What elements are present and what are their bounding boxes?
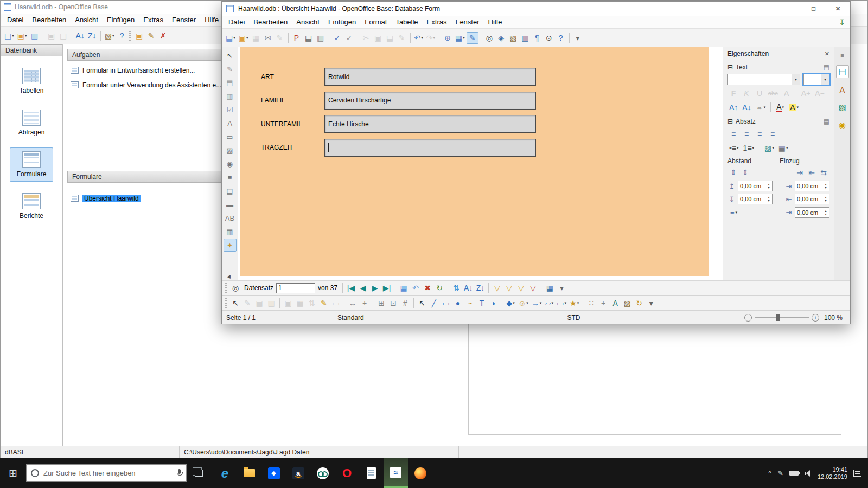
save-icon[interactable]: ▦ xyxy=(29,30,41,42)
open-database-object-icon[interactable]: ▣ xyxy=(133,30,145,42)
dropdown-icon[interactable]: ▾ xyxy=(821,74,829,85)
line-spacing-button[interactable]: ≡▾ xyxy=(727,207,740,218)
shrink-font-icon[interactable]: A↓ xyxy=(741,101,752,113)
panel-menu-icon[interactable]: ▤ xyxy=(824,63,829,71)
field-input-unterfamil[interactable]: Echte Hirsche xyxy=(324,115,536,133)
align-justified-icon[interactable]: ≡ xyxy=(767,128,778,140)
menu-bearbeiten[interactable]: Bearbeiten xyxy=(249,16,292,28)
helplines-while-moving-icon[interactable]: # xyxy=(399,297,411,309)
redo-icon[interactable]: ↷▾ xyxy=(425,32,437,44)
decrease-font-icon[interactable]: A− xyxy=(813,87,826,99)
tab-properties[interactable]: ▤ xyxy=(836,65,849,78)
field-input-art[interactable]: Rotwild xyxy=(324,68,536,86)
control-properties-icon[interactable]: ▤ xyxy=(224,76,237,89)
image-control-icon[interactable]: ▨ xyxy=(224,144,237,157)
menu-tabelle[interactable]: Tabelle xyxy=(391,16,422,28)
form-wizard-icon[interactable]: ▧▾ xyxy=(103,30,116,42)
find-record-icon[interactable]: ◎ xyxy=(229,282,241,294)
borders-icon[interactable]: ▦▾ xyxy=(777,142,790,154)
first-line-indent-field[interactable]: 0,00 cm ▴▾ xyxy=(795,207,829,218)
snap-to-grid-icon[interactable]: ⊡ xyxy=(387,297,399,309)
zoom-out-icon[interactable]: − xyxy=(744,314,752,322)
character-spacing-icon[interactable]: ⇔▾ xyxy=(754,101,768,113)
help-icon[interactable]: ? xyxy=(116,30,128,42)
zoom-in-icon[interactable]: + xyxy=(812,314,819,322)
toolbar-overflow-icon[interactable]: ▾ xyxy=(572,32,584,44)
task-view-button[interactable] xyxy=(187,458,210,488)
insert-table-icon[interactable]: ▦▾ xyxy=(454,32,467,44)
cortana-icon[interactable] xyxy=(31,469,39,477)
menu-einfgen[interactable]: Einfügen xyxy=(324,16,360,28)
taskbar-app-edge[interactable]: e xyxy=(213,458,237,488)
star-shapes-icon[interactable]: ★▾ xyxy=(568,297,580,309)
spinner-icon[interactable]: ▴▾ xyxy=(822,208,829,217)
field-input-tragzeit[interactable] xyxy=(324,139,536,157)
unordered-list-icon[interactable]: •≡▾ xyxy=(727,142,741,154)
toolbar-grip[interactable] xyxy=(225,283,227,293)
menu-fenster[interactable]: Fenster xyxy=(168,14,200,25)
taskbar-search[interactable] xyxy=(26,464,187,482)
help-icon[interactable]: ? xyxy=(555,32,567,44)
text-box-icon[interactable]: ▭ xyxy=(224,130,237,143)
glue-points-icon[interactable]: + xyxy=(597,297,609,309)
new-document-icon[interactable]: ▤▾ xyxy=(224,32,237,44)
indent-after-field[interactable]: 0,00 cm ▴▾ xyxy=(795,194,829,204)
increase-paragraph-spacing-icon[interactable]: ⇕ xyxy=(727,166,739,178)
record-number-input[interactable] xyxy=(276,283,315,293)
bold-icon[interactable]: F xyxy=(727,87,739,99)
menu-extras[interactable]: Extras xyxy=(423,16,451,28)
tab-gallery[interactable]: ▧ xyxy=(836,101,849,114)
decrease-indent-icon[interactable]: ⇤ xyxy=(806,166,818,178)
menu-einfgen[interactable]: Einfügen xyxy=(103,14,139,25)
spinner-icon[interactable]: ▴▾ xyxy=(765,194,772,204)
spinner-icon[interactable]: ▴▾ xyxy=(822,194,829,204)
microphone-icon[interactable] xyxy=(177,469,182,477)
underline-icon[interactable]: U xyxy=(754,87,765,99)
checkbox-icon[interactable]: ☑ xyxy=(224,103,237,116)
font-size-combo[interactable]: ▾ xyxy=(803,74,829,85)
export-document-icon[interactable]: ↧ xyxy=(836,16,848,28)
align-left-icon[interactable]: ≡ xyxy=(727,128,739,140)
show-hidden-icons[interactable]: ^ xyxy=(768,469,771,477)
rotate-icon[interactable]: ↻ xyxy=(633,297,645,309)
highlighting-color-icon[interactable]: A▾ xyxy=(787,101,800,113)
more-controls-icon[interactable]: ✦ xyxy=(224,239,237,252)
sidebar-item-formulare[interactable]: Formulare xyxy=(10,147,54,182)
hanging-indent-icon[interactable]: ⇆ xyxy=(818,166,829,178)
paste-icon[interactable]: ▤ xyxy=(58,30,69,42)
callouts-icon[interactable]: ◗ xyxy=(488,297,500,309)
design-mode-icon[interactable]: ✎ xyxy=(241,297,253,309)
open-icon[interactable]: ▣▾ xyxy=(16,30,29,42)
tab-styles-and-formatting[interactable]: A xyxy=(836,83,849,96)
undo-icon[interactable]: ↶▾ xyxy=(413,32,425,44)
sort-descending-icon[interactable]: Z↓ xyxy=(86,30,98,42)
fontwork-icon[interactable]: A xyxy=(609,297,621,309)
insert-line-icon[interactable]: ╱ xyxy=(428,297,440,309)
callout-shapes-icon[interactable]: ▭▾ xyxy=(555,297,568,309)
toolbar-grip[interactable] xyxy=(129,31,131,41)
navigator-icon[interactable]: ◈ xyxy=(495,32,507,44)
previous-record-icon[interactable]: ◀ xyxy=(357,282,369,294)
taskbar-app-openoffice[interactable]: ≈ xyxy=(384,458,408,488)
copy-icon[interactable]: ▣ xyxy=(372,32,384,44)
taskbar-app-dropbox[interactable]: ◆ xyxy=(261,458,286,488)
font-name-combo[interactable]: ▾ xyxy=(727,74,800,85)
search-input[interactable] xyxy=(43,469,173,477)
email-document-icon[interactable]: ✉ xyxy=(262,32,274,44)
select-icon[interactable]: ↖ xyxy=(229,297,241,309)
save-record-icon[interactable]: ▦ xyxy=(398,282,410,294)
find-replace-icon[interactable]: ◎ xyxy=(483,32,495,44)
draw-functions-icon[interactable]: ✎ xyxy=(467,32,478,44)
cut-icon[interactable]: ✂ xyxy=(360,32,372,44)
page-preview-icon[interactable]: ▥ xyxy=(315,32,327,44)
flowchart-icon[interactable]: ▱▾ xyxy=(543,297,555,309)
insert-text-box-icon[interactable]: T xyxy=(476,297,488,309)
symbol-shapes-icon[interactable]: ☺▾ xyxy=(516,297,530,309)
edit-file-icon[interactable]: ✎ xyxy=(274,32,286,44)
menu-ansicht[interactable]: Ansicht xyxy=(292,16,324,28)
ordered-list-icon[interactable]: 1≡▾ xyxy=(742,142,756,154)
edit-points-icon[interactable]: ∷ xyxy=(585,297,597,309)
taskbar-app-tripadvisor[interactable] xyxy=(310,458,335,488)
formatting-marks-icon[interactable]: ¶ xyxy=(531,32,543,44)
edit-object-icon[interactable]: ✎ xyxy=(145,30,157,42)
